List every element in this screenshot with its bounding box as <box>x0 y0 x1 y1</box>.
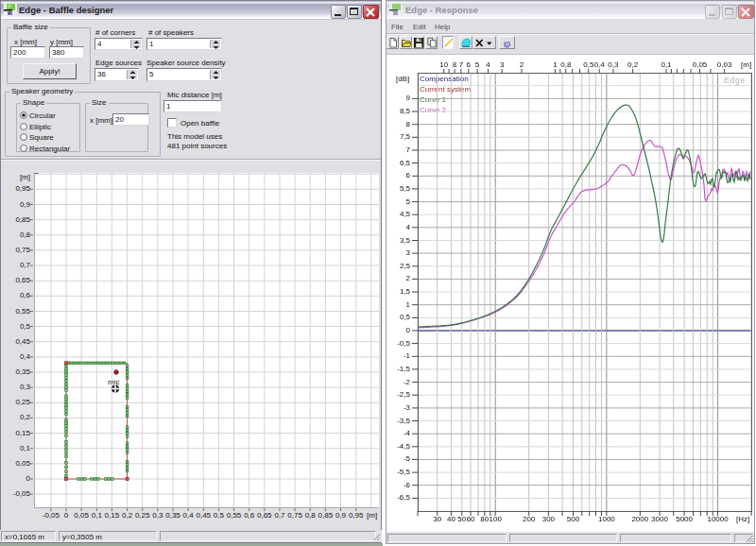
svg-text:φ: φ <box>503 37 509 48</box>
